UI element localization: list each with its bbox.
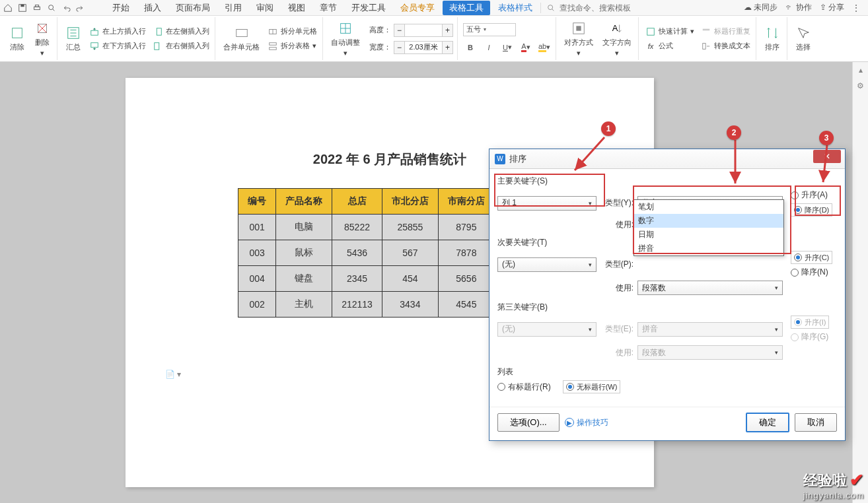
opt-number[interactable]: 数字 [634,214,783,228]
table-cell[interactable]: 001 [238,215,276,240]
search-input[interactable] [558,3,637,13]
rail-gear-icon[interactable]: ⚙ [853,78,868,94]
height-minus[interactable]: − [394,24,405,36]
summary-button[interactable]: 汇总 [63,24,84,53]
table-cell[interactable]: 主机 [276,292,332,318]
tab-reference[interactable]: 引用 [218,1,248,15]
tab-table-style[interactable]: 表格样式 [491,1,539,15]
tab-start[interactable]: 开始 [106,1,136,15]
table-cell[interactable]: 鼠标 [276,240,332,266]
table-cell[interactable]: 键盘 [276,266,332,292]
svg-rect-12 [155,42,159,50]
tab-view[interactable]: 视图 [281,1,312,15]
redo-icon[interactable] [75,3,86,13]
coop-button[interactable]: ᯤ 协作 [785,2,811,13]
merge-cells-button[interactable]: 合并单元格 [221,24,262,53]
table-cell[interactable]: 4545 [438,292,494,318]
title-repeat-button[interactable]: 标题行重复 [700,26,752,38]
tab-section[interactable]: 章节 [313,1,344,15]
share-button[interactable]: ⇪ 分享 [820,2,844,13]
svg-point-5 [548,5,553,9]
height-spinner[interactable]: −+ [394,24,453,37]
sort-button[interactable]: 排序 [762,24,783,53]
table-cell[interactable]: 567 [382,240,438,266]
formula-button[interactable]: fx公式 [644,40,696,52]
autofit-button[interactable]: 自动调整 ▾ [328,19,363,59]
split-table-button[interactable]: 拆分表格 ▾ [266,40,318,52]
highlight-icon[interactable]: ab ▾ [537,40,552,55]
secondary-key-combo[interactable]: (无)▾ [497,257,597,272]
tips-link[interactable]: ▶操作技巧 [565,417,608,428]
table-cell[interactable]: 003 [238,240,276,266]
opt-date[interactable]: 日期 [634,228,783,242]
table-cell[interactable]: 454 [382,266,438,292]
type-dropdown-list[interactable]: 笔划 数字 日期 拼音 [633,199,784,256]
save-icon[interactable] [17,3,28,13]
has-header-radio[interactable]: 有标题行(R) [497,382,551,393]
cancel-button[interactable]: 取消 [795,413,837,432]
underline-icon[interactable]: U ▾ [500,40,515,55]
watermark: 经验啦✔ jingyanla.com [803,470,865,500]
table-cell[interactable]: 212113 [332,292,382,318]
table-cell[interactable]: 电脑 [276,215,332,240]
tab-insert[interactable]: 插入 [137,1,168,15]
ok-button[interactable]: 确定 [746,413,789,432]
insert-col-left[interactable]: 在左侧插入列 [151,26,211,38]
quick-calc-button[interactable]: 快速计算 ▾ [644,26,696,38]
width-plus[interactable]: + [442,42,452,53]
home-icon[interactable] [3,3,13,13]
italic-icon[interactable]: I [482,40,496,55]
tab-dev[interactable]: 开发工具 [345,1,392,15]
text-direction-button[interactable]: A文字方向 ▾ [600,19,634,59]
clear-button[interactable]: 清除 [7,24,28,53]
tab-review[interactable]: 审阅 [250,1,280,15]
align-button[interactable]: 对齐方式 ▾ [561,19,596,59]
width-spinner[interactable]: −2.03厘米+ [394,41,453,54]
bold-icon[interactable]: B [463,40,478,55]
table-cell[interactable]: 004 [238,266,276,292]
insert-col-right[interactable]: 在右侧插入列 [151,40,211,52]
page-options-icon[interactable]: 📄 ▾ [165,370,181,379]
table-cell[interactable]: 5436 [332,240,382,266]
opt-pinyin[interactable]: 拼音 [634,242,783,255]
command-search[interactable] [540,3,637,13]
delete-button[interactable]: 删除 ▾ [32,19,53,59]
insert-row-below[interactable]: 在下方插入行 [88,40,147,52]
desc-d-radio[interactable]: 降序(D) [791,203,832,217]
select-button[interactable]: 选择 [793,24,814,53]
opt-stroke[interactable]: 笔划 [634,200,783,214]
options-button[interactable]: 选项(O)... [497,413,560,432]
font-size-select[interactable]: 五号▾ [463,23,516,36]
desc-n-radio[interactable]: 降序(N) [791,267,832,278]
more-icon[interactable]: ⋮ [852,3,860,13]
table-cell[interactable]: 7878 [438,240,494,266]
table-cell[interactable]: 8795 [438,215,494,240]
tab-layout[interactable]: 页面布局 [169,1,217,15]
tab-table-tools[interactable]: 表格工具 [443,1,490,15]
insert-row-above[interactable]: 在上方插入行 [88,26,147,38]
table-cell[interactable]: 002 [238,292,276,318]
preview-icon[interactable] [46,3,57,13]
height-plus[interactable]: + [442,24,452,36]
table-cell[interactable]: 5656 [438,266,494,292]
asc-c-radio[interactable]: 升序(C) [791,251,832,264]
table-cell[interactable]: 25855 [382,215,438,240]
dialog-titlebar[interactable]: W 排序 ✕ [489,149,845,169]
asc-a-radio[interactable]: 升序(A) [791,189,832,201]
unsync-button[interactable]: ☁ 未同步 [744,2,778,13]
width-minus[interactable]: − [394,42,405,53]
arrow-3-icon [815,141,835,187]
table-cell[interactable]: 2345 [332,266,382,292]
no-header-radio[interactable]: 无标题行(W) [563,380,621,393]
to-text-button[interactable]: 转换成文本 [700,40,752,52]
table-cell[interactable]: 3434 [382,292,438,318]
table-cell[interactable]: 85222 [332,215,382,240]
tab-vip[interactable]: 会员专享 [394,1,441,15]
split-cell-button[interactable]: 拆分单元格 [266,26,318,38]
rail-up-icon[interactable]: ▴ [853,62,868,78]
font-color-icon[interactable]: A ▾ [519,40,533,55]
use-para-combo[interactable]: 段落数▾ [637,281,783,295]
primary-key-combo[interactable]: 列 1▾ [497,196,597,211]
print-icon[interactable] [32,3,42,13]
undo-icon[interactable] [61,3,71,13]
